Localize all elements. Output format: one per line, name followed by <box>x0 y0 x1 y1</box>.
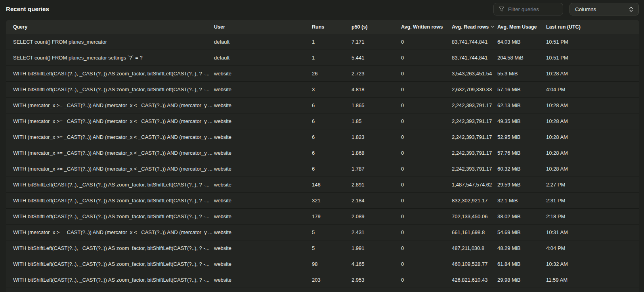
avg-read-rows-cell: 832,302,921.17 <box>452 198 497 204</box>
columns-dropdown[interactable]: Columns <box>569 3 639 15</box>
runs-cell: 5 <box>312 245 352 251</box>
top-bar: Recent queries Columns <box>0 0 644 20</box>
avg-read-rows-cell: 2,242,393,791.17 <box>452 134 497 140</box>
user-cell: website <box>214 245 312 251</box>
p50-cell: 1.991 <box>352 245 401 251</box>
table-row[interactable]: WITH (mercator_x >= _CAST(?..)) AND (mer… <box>6 224 639 240</box>
p50-cell: 1.823 <box>352 134 401 140</box>
page-title: Recent queries <box>6 6 49 12</box>
user-cell: website <box>214 229 312 235</box>
user-cell: website <box>214 277 312 283</box>
query-cell: WITH bitShiftLeft(CAST(?..), _CAST(?..))… <box>13 245 214 251</box>
p50-cell: 4.165 <box>352 261 401 267</box>
user-cell: website <box>214 182 312 188</box>
avg-mem-usage-cell: 61.84 MiB <box>497 261 546 267</box>
table-row[interactable]: WITH bitShiftLeft(CAST(?..), _CAST(?..))… <box>6 256 639 272</box>
avg-read-rows-cell: 2,632,709,330.33 <box>452 86 497 92</box>
toolbar: Columns <box>493 3 639 15</box>
column-header-last-run-utc[interactable]: Last run (UTC) <box>546 24 639 30</box>
runs-cell: 6 <box>312 134 352 140</box>
query-cell: WITH bitShiftLeft(CAST(?..), _CAST(?..))… <box>13 86 214 92</box>
p50-cell: 2.089 <box>352 213 401 219</box>
runs-cell: 203 <box>312 277 352 283</box>
table-row[interactable]: WITH bitShiftLeft(CAST(?..), _CAST(?..))… <box>6 192 639 208</box>
user-cell: default <box>214 39 312 45</box>
table-row[interactable]: WITH bitShiftLeft(CAST(?..), _CAST(?..))… <box>6 177 639 192</box>
table-row[interactable]: WITH bitShiftLeft(CAST(?..), _CAST(?..))… <box>6 272 639 288</box>
column-header-user[interactable]: User <box>214 24 312 30</box>
runs-cell: 3 <box>312 86 352 92</box>
avg-mem-usage-cell: 54.69 MiB <box>497 229 546 235</box>
column-header-label: Avg. Mem Usage <box>497 24 537 30</box>
last-run-cell: 10:32 AM <box>546 261 639 267</box>
table-row[interactable]: SELECT count() FROM planes_mercator sett… <box>6 50 639 65</box>
table-row[interactable]: WITH bitShiftLeft(CAST(?..), _CAST(?..))… <box>6 65 639 81</box>
avg-mem-usage-cell: 55.3 MiB <box>497 71 546 77</box>
user-cell: website <box>214 198 312 204</box>
last-run-cell: 10:28 AM <box>546 134 639 140</box>
last-run-cell: 4:04 PM <box>546 245 639 251</box>
query-cell: SELECT count() FROM planes_mercator <box>13 39 214 45</box>
user-cell: website <box>214 166 312 172</box>
table-body: SELECT count() FROM planes_mercatordefau… <box>6 34 639 292</box>
avg-read-rows-cell: 460,109,528.77 <box>452 261 497 267</box>
avg-read-rows-cell: 661,161,698.8 <box>452 229 497 235</box>
table-row[interactable]: WITH (mercator_x >= _CAST(?..)) AND (mer… <box>6 113 639 129</box>
last-run-cell: 10:51 PM <box>546 55 639 61</box>
user-cell: website <box>214 118 312 124</box>
column-header-avg-mem-usage[interactable]: Avg. Mem Usage <box>497 24 546 30</box>
table-row[interactable]: WITH (mercator_x >= _CAST(?..)) AND (mer… <box>6 129 639 145</box>
avg-mem-usage-cell: 64.03 MiB <box>497 39 546 45</box>
last-run-cell: 4:04 PM <box>546 86 639 92</box>
table-row[interactable]: SELECT count() FROM planes_mercatordefau… <box>6 34 639 50</box>
user-cell: website <box>214 150 312 156</box>
filter-queries-input[interactable] <box>508 6 558 12</box>
column-header-avg-written-rows[interactable]: Avg. Written rows <box>401 24 452 30</box>
table-row[interactable]: WITH (mercator_x >= _CAST(?..)) AND (mer… <box>6 97 639 113</box>
last-run-cell: 10:31 AM <box>546 229 639 235</box>
avg-written-rows-cell: 0 <box>401 150 452 156</box>
table-row[interactable]: WITH (mercator_x >= _CAST(?..)) AND (mer… <box>6 145 639 161</box>
avg-written-rows-cell: 0 <box>401 198 452 204</box>
avg-mem-usage-cell: 32.1 MiB <box>497 198 546 204</box>
query-cell: WITH (mercator_x >= _CAST(?..)) AND (mer… <box>13 229 214 235</box>
user-cell: website <box>214 86 312 92</box>
runs-cell: 6 <box>312 102 352 108</box>
avg-written-rows-cell: 0 <box>401 134 452 140</box>
table-row[interactable]: WITH bitShiftLeft(CAST(?..), _CAST(?..))… <box>6 208 639 224</box>
column-header-runs[interactable]: Runs <box>312 24 352 30</box>
table-row-partial[interactable] <box>6 288 639 292</box>
query-cell: WITH (mercator_x >= _CAST(?..)) AND (mer… <box>13 150 214 156</box>
avg-read-rows-cell: 2,242,393,791.17 <box>452 150 497 156</box>
last-run-cell: 11:59 AM <box>546 277 639 283</box>
avg-mem-usage-cell: 49.35 MiB <box>497 118 546 124</box>
avg-mem-usage-cell: 29.59 MiB <box>497 182 546 188</box>
avg-written-rows-cell: 0 <box>401 182 452 188</box>
column-header-query[interactable]: Query <box>13 24 214 30</box>
last-run-cell: 10:28 AM <box>546 118 639 124</box>
p50-cell: 2.184 <box>352 198 401 204</box>
recent-queries-table: QueryUserRunsp50 (s)Avg. Written rowsAvg… <box>6 20 639 292</box>
last-run-cell: 10:51 PM <box>546 39 639 45</box>
avg-mem-usage-cell: 29.98 MiB <box>497 277 546 283</box>
columns-dropdown-label: Columns <box>575 6 596 12</box>
column-header-avg-read-rows[interactable]: Avg. Read rows <box>452 24 497 30</box>
avg-written-rows-cell: 0 <box>401 277 452 283</box>
column-header-label: Query <box>13 24 27 30</box>
query-cell: WITH bitShiftLeft(CAST(?..), _CAST(?..))… <box>13 71 214 77</box>
table-row[interactable]: WITH bitShiftLeft(CAST(?..), _CAST(?..))… <box>6 81 639 97</box>
chevron-up-down-icon <box>629 6 633 12</box>
filter-queries-input-box[interactable] <box>493 3 563 15</box>
avg-written-rows-cell: 0 <box>401 102 452 108</box>
avg-written-rows-cell: 0 <box>401 245 452 251</box>
runs-cell: 5 <box>312 229 352 235</box>
table-header-row: QueryUserRunsp50 (s)Avg. Written rowsAvg… <box>6 20 639 34</box>
p50-cell: 1.868 <box>352 150 401 156</box>
table-row[interactable]: WITH bitShiftLeft(CAST(?..), _CAST(?..))… <box>6 240 639 256</box>
sort-descending-chevron-icon <box>491 25 495 28</box>
column-header-p50-s[interactable]: p50 (s) <box>352 24 401 30</box>
column-header-label: Runs <box>312 24 324 30</box>
table-row[interactable]: WITH (mercator_x >= _CAST(?..)) AND (mer… <box>6 161 639 177</box>
column-header-label: Last run (UTC) <box>546 24 581 30</box>
p50-cell: 2.953 <box>352 277 401 283</box>
